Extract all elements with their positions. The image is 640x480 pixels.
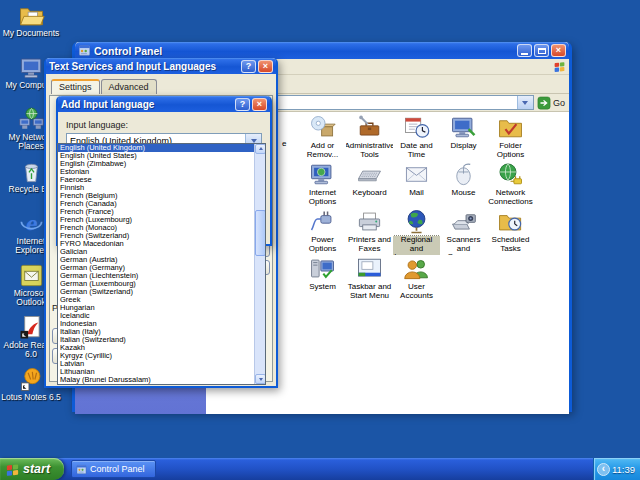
language-option[interactable]: Finnish <box>58 184 254 192</box>
go-button[interactable]: Go <box>537 96 567 110</box>
language-option[interactable]: Galician <box>58 248 254 256</box>
control-panel-item[interactable]: Scanners and Cameras <box>440 208 487 255</box>
dialog-buttons: ? × <box>241 60 273 73</box>
language-option[interactable]: Italian (Switzerland) <box>58 336 254 344</box>
close-button[interactable]: × <box>252 98 267 111</box>
language-option[interactable]: Malay (Brunei Darussalam) <box>58 376 254 384</box>
control-panel-item-icon <box>356 114 383 141</box>
control-panel-item-label: Administrative Tools <box>346 142 393 159</box>
language-option[interactable]: Latvian <box>58 360 254 368</box>
system-tray: ‹ 11:39 <box>593 458 640 480</box>
control-panel-item[interactable]: Date and Time <box>393 114 440 161</box>
language-option[interactable]: Faeroese <box>58 176 254 184</box>
control-panel-item-label: Power Options <box>299 236 346 253</box>
help-button[interactable]: ? <box>235 98 250 111</box>
go-label: Go <box>553 98 565 108</box>
language-option[interactable]: German (Austria) <box>58 256 254 264</box>
close-button[interactable]: × <box>551 44 566 57</box>
maximize-button[interactable] <box>534 44 549 57</box>
control-panel-item-label: System <box>308 283 337 292</box>
desktop-icon-glyph <box>18 106 45 133</box>
language-option[interactable]: Kyrgyz (Cyrillic) <box>58 352 254 360</box>
window-title: Control Panel <box>94 45 514 57</box>
dialog-title: Add Input language <box>61 99 232 110</box>
control-panel-item[interactable]: Display <box>440 114 487 161</box>
control-panel-item[interactable]: User Accounts <box>393 255 440 302</box>
control-panel-item[interactable]: Power Options <box>299 208 346 255</box>
windows-logo-icon <box>553 60 566 73</box>
control-panel-item[interactable]: Printers and Faxes <box>346 208 393 255</box>
control-panel-item-label: Date and Time <box>393 142 440 159</box>
control-panel-item-icon <box>497 161 524 188</box>
language-option[interactable]: French (Canada) <box>58 200 254 208</box>
control-panel-item[interactable]: Internet Options <box>299 161 346 208</box>
scrollbar-thumb[interactable] <box>255 210 266 256</box>
desktop-icon-glyph <box>18 262 45 289</box>
language-option[interactable]: German (Liechtenstein) <box>58 272 254 280</box>
control-panel-item-icon <box>450 161 477 188</box>
start-label: start <box>23 462 50 476</box>
maximize-icon <box>538 48 546 54</box>
language-option[interactable]: French (Monaco) <box>58 224 254 232</box>
language-option[interactable]: German (Luxembourg) <box>58 280 254 288</box>
control-panel-item[interactable]: Network Connections <box>487 161 534 208</box>
language-option[interactable]: English (United Kingdom) <box>58 144 254 152</box>
language-option[interactable]: English (United States) <box>58 152 254 160</box>
control-panel-item-label: Internet Options <box>299 189 346 206</box>
minimize-button[interactable] <box>517 44 532 57</box>
language-option[interactable]: Indonesian <box>58 320 254 328</box>
control-panel-item[interactable]: Mouse <box>440 161 487 208</box>
desktop-icon-glyph <box>18 54 45 81</box>
control-panel-item-icon <box>356 208 383 235</box>
control-panel-item[interactable]: Scheduled Tasks <box>487 208 534 255</box>
control-panel-window-icon <box>78 44 91 57</box>
control-panel-item[interactable]: Folder Options <box>487 114 534 161</box>
control-panel-item-icon <box>309 161 336 188</box>
control-panel-item-label: Network Connections <box>487 189 534 206</box>
language-option[interactable]: English (Zimbabwe) <box>58 160 254 168</box>
control-panel-item[interactable]: Keyboard <box>346 161 393 208</box>
language-option[interactable]: French (Belgium) <box>58 192 254 200</box>
desktop-icon[interactable]: My Documents <box>0 2 62 52</box>
control-panel-item[interactable]: Administrative Tools <box>346 114 393 161</box>
language-option[interactable]: French (France) <box>58 208 254 216</box>
control-panel-item[interactable]: Add or Remov... <box>299 114 346 161</box>
language-option[interactable]: French (Luxembourg) <box>58 216 254 224</box>
add-input-language-titlebar[interactable]: Add Input language ? × <box>58 96 270 112</box>
language-option[interactable]: Greek <box>58 296 254 304</box>
language-option[interactable]: Italian (Italy) <box>58 328 254 336</box>
language-option[interactable]: German (Switzerland) <box>58 288 254 296</box>
address-dropdown-button[interactable] <box>517 96 533 109</box>
language-option[interactable]: Hungarian <box>58 304 254 312</box>
control-panel-item-label: Scanners and Cameras <box>440 236 487 255</box>
control-panel-titlebar[interactable]: Control Panel × <box>75 42 569 59</box>
control-panel-item-icon <box>450 114 477 141</box>
close-button[interactable]: × <box>258 60 273 73</box>
language-option[interactable]: Lithuanian <box>58 368 254 376</box>
tab-settings[interactable]: Settings <box>51 79 100 94</box>
control-panel-item-label: Keyboard <box>351 189 387 198</box>
tray-collapse-button[interactable]: ‹ <box>597 463 610 476</box>
taskbar-task-button[interactable]: Control Panel <box>71 460 156 478</box>
language-option[interactable]: FYRO Macedonian <box>58 240 254 248</box>
control-panel-item-label: Taskbar and Start Menu <box>346 283 393 300</box>
language-option[interactable]: Icelandic <box>58 312 254 320</box>
help-button[interactable]: ? <box>241 60 256 73</box>
start-button[interactable]: start <box>0 458 64 480</box>
control-panel-item[interactable]: System <box>299 255 346 302</box>
dialog-title: Text Services and Input Languages <box>49 61 238 72</box>
language-option[interactable]: French (Switzerland) <box>58 232 254 240</box>
control-panel-item[interactable]: Regional and Language ... <box>393 208 440 255</box>
control-panel-item[interactable]: Taskbar and Start Menu <box>346 255 393 302</box>
language-option[interactable]: Kazakh <box>58 344 254 352</box>
tab-advanced[interactable]: Advanced <box>101 79 157 94</box>
scroll-down-button[interactable] <box>255 374 266 384</box>
language-option[interactable]: German (Germany) <box>58 264 254 272</box>
language-option[interactable]: Estonian <box>58 168 254 176</box>
control-panel-item-label: Scheduled Tasks <box>487 236 534 253</box>
text-services-titlebar[interactable]: Text Services and Input Languages ? × <box>46 58 276 74</box>
scroll-up-button[interactable] <box>255 144 266 154</box>
control-panel-item-icon <box>403 114 430 141</box>
control-panel-item[interactable]: Mail <box>393 161 440 208</box>
listbox-scrollbar[interactable] <box>254 144 265 384</box>
